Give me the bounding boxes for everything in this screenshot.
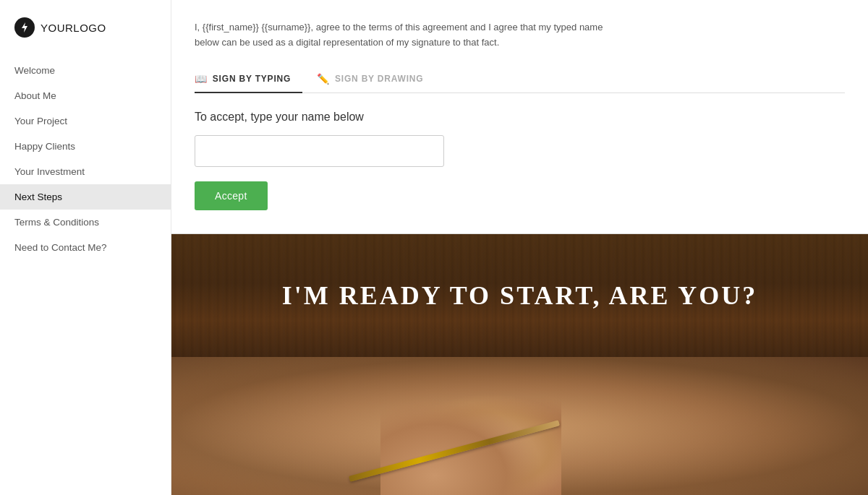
svg-marker-0 [22,22,27,33]
sidebar-item-terms-conditions[interactable]: Terms & Conditions [0,210,171,235]
accept-label: To accept, type your name below [195,111,845,124]
dark-banner: I'M READY TO START, ARE YOU? [171,234,868,357]
tab-sign-drawing-label: SIGN BY DRAWING [335,74,423,84]
logo-bold: YOUR [41,22,73,34]
tab-sign-drawing[interactable]: ✏️ SIGN BY DRAWING [317,66,435,93]
logo-icon [14,17,35,38]
sidebar-nav: Welcome About Me Your Project Happy Clie… [0,58,171,260]
tab-sign-typing-label: SIGN BY TYPING [213,74,291,84]
logo-light: LOGO [73,22,106,34]
logo-text: YOURLOGO [41,22,106,34]
sidebar-item-your-project[interactable]: Your Project [0,108,171,134]
terms-card: I, {{first_name}} {{surname}}, agree to … [171,0,868,234]
sidebar-item-welcome[interactable]: Welcome [0,58,171,83]
banner-section: I'M READY TO START, ARE YOU? [171,234,868,495]
photo-section [171,357,868,495]
logo-area: YOURLOGO [0,0,171,58]
sign-tabs: 📖 SIGN BY TYPING ✏️ SIGN BY DRAWING [195,65,845,93]
banner-text: I'M READY TO START, ARE YOU? [282,280,758,311]
pencil-icon: ✏️ [317,73,330,85]
tab-sign-typing[interactable]: 📖 SIGN BY TYPING [195,66,302,93]
name-input[interactable] [195,135,444,167]
sidebar-item-happy-clients[interactable]: Happy Clients [0,134,171,159]
sidebar-item-next-steps[interactable]: Next Steps [0,184,171,210]
main-content: I, {{first_name}} {{surname}}, agree to … [171,0,868,495]
sidebar: YOURLOGO Welcome About Me Your Project H… [0,0,171,495]
lightning-bolt-icon [20,22,30,33]
finger-shapes [380,384,561,495]
sidebar-item-about-me[interactable]: About Me [0,83,171,108]
book-icon: 📖 [195,73,208,85]
sidebar-item-your-investment[interactable]: Your Investment [0,159,171,184]
accept-button[interactable]: Accept [195,181,268,210]
agreement-text: I, {{first_name}} {{surname}}, agree to … [195,20,614,51]
sidebar-item-contact[interactable]: Need to Contact Me? [0,235,171,260]
